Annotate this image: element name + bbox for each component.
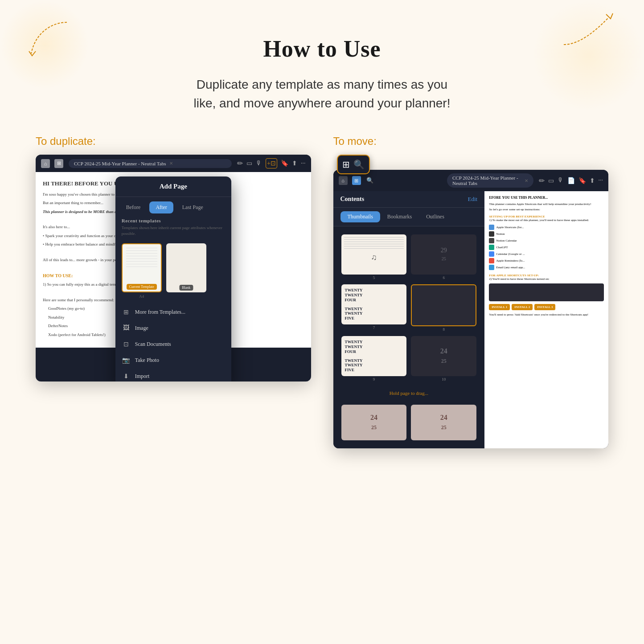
right-search-icon[interactable]: 🔍: [366, 177, 373, 184]
modal-hint: Templates shown here inherit current pag…: [115, 225, 231, 240]
apps-list: Apple Shortcuts (for... Notion Notion Ca…: [489, 225, 604, 270]
modal-tabs: Before After Last Page: [115, 197, 231, 213]
move-section: To move: ⊞ 🔍 ⌂ ⊞ 🔍: [333, 135, 609, 448]
right-step: So let's go over some set-up instruction…: [489, 208, 604, 211]
curve-decoration-right: [555, 9, 617, 53]
scan-icon: ⊡: [122, 340, 131, 349]
setting-heading: SETTING UP FOR BEST EXPERIENCE: [489, 215, 604, 218]
toolbar-title: CCP 2024-25 Mid-Year Planner - Neutral T…: [69, 159, 232, 168]
grid-icon-highlighted[interactable]: ⊞: [342, 159, 350, 170]
right-home-icon[interactable]: ⌂: [339, 176, 348, 185]
pdf-content-area: HI THERE! BEFORE YOU USE THIS PLA... I'm…: [36, 172, 311, 381]
thumb-page-11[interactable]: 2425: [341, 405, 407, 440]
hold-page-text: Hold page to drag...: [390, 390, 428, 396]
current-template-badge: Current Template: [127, 284, 157, 290]
app-icon-email: [489, 265, 494, 270]
toolbar-title-text: CCP 2024-25 Mid-Year Planner - Neutral T…: [74, 161, 166, 166]
arrow-decoration: [27, 18, 80, 62]
thumb-page-9-wrapper: TWENTYTWENTYFOUR TWENTYTWENTYFIVE 9: [341, 336, 407, 381]
contents-sub-tabs: Thumbnails Bookmarks Outlines: [333, 208, 485, 226]
menu-item-templates[interactable]: ⊞ More from Templates...: [115, 304, 231, 320]
subtitle: Duplicate any template as many times as …: [36, 75, 608, 113]
menu-item-scan[interactable]: ⊡ Scan Documents: [115, 336, 231, 352]
bookmark-icon[interactable]: 🔖: [281, 160, 288, 167]
two-pane: Contents Edit Thumbnails Bookmarks Outli…: [333, 191, 609, 448]
app-item-3: Notion Calendar: [489, 238, 604, 243]
install-btn-2[interactable]: INSTALL 2: [512, 304, 533, 310]
right-toolbar-title: CCP 2024-25 Mid-Year Planner - Neutral T…: [447, 173, 533, 188]
share-icon[interactable]: ⬆: [292, 160, 297, 167]
thumb-page-5-wrapper: ♫ 5: [341, 234, 407, 280]
right-hint: This planner contains Apple Shortcuts th…: [489, 202, 604, 206]
tab-bookmarks[interactable]: Bookmarks: [380, 211, 419, 222]
right-content-pane: EFORE YOU USE THIS PLANNER... This plann…: [484, 191, 608, 448]
thumbnails-grid-bottom: 2425 2425: [337, 400, 481, 445]
thumb-page-5[interactable]: ♫: [341, 234, 407, 275]
template-size-label: A4: [139, 294, 144, 299]
thumb-page-8[interactable]: [411, 284, 476, 326]
tab-thumbnails[interactable]: Thumbnails: [340, 211, 380, 222]
contents-header-area: Contents Edit Thumbnails Bookmarks Outli…: [333, 191, 485, 226]
right-screenshot: ⌂ ⊞ 🔍 CCP 2024-25 Mid-Year Planner - Neu…: [333, 170, 609, 448]
app-icon-reminders: [489, 258, 494, 263]
move-title: To move:: [333, 135, 609, 148]
right-pages-icon[interactable]: ⊞: [352, 176, 361, 185]
display-icon[interactable]: ▭: [246, 160, 252, 167]
thumb-page-12[interactable]: 2425: [411, 405, 476, 440]
right-more-icon[interactable]: ···: [599, 177, 603, 184]
thumb-page-8-wrapper: 8: [411, 284, 476, 332]
menu-item-image-label: Image: [135, 325, 148, 332]
page-5-number: 5: [341, 275, 407, 280]
templates-icon: ⊞: [122, 308, 131, 316]
right-toolbar-search: 🔍: [366, 177, 442, 184]
install-btn-3[interactable]: INSTALL 3: [534, 304, 555, 310]
for-apple-text: 2) You'll need to have these Shortcuts t…: [489, 277, 604, 281]
right-bookmark-icon[interactable]: 🔖: [578, 177, 586, 185]
right-edit-icon[interactable]: ✏: [539, 176, 545, 185]
duplicate-title: To duplicate:: [36, 135, 311, 148]
tab-last-page[interactable]: Last Page: [176, 201, 209, 213]
more-icon[interactable]: ···: [301, 160, 306, 167]
menu-item-image[interactable]: 🖼 Image: [115, 320, 231, 336]
right-share-icon[interactable]: ⬆: [590, 177, 595, 185]
for-apple-heading: FOR APPLE SHORTCUTS SET-UP:: [489, 274, 604, 277]
install-btn-1[interactable]: INSTALL 1: [489, 304, 510, 310]
menu-item-photo-label: Take Photo: [135, 357, 159, 364]
toolbar-icons: ⌂ ⊞: [41, 159, 63, 168]
install-buttons: INSTALL 1 INSTALL 2 INSTALL 3: [489, 304, 604, 310]
subtitle-line1: Duplicate any template as many times as …: [36, 75, 608, 94]
tab-after[interactable]: After: [149, 201, 173, 213]
tab-outlines[interactable]: Outlines: [419, 211, 451, 222]
app-icon-shortcuts: [489, 225, 494, 230]
tab-before[interactable]: Before: [120, 201, 147, 213]
edit-icon[interactable]: ✏: [237, 159, 243, 168]
search-icon-floating[interactable]: 🔍: [353, 159, 365, 170]
thumb-page-10[interactable]: 2425: [411, 336, 476, 376]
right-bookmark-icon2[interactable]: 📄: [567, 177, 575, 185]
contents-header: Contents Edit: [333, 191, 485, 208]
contents-panel: Contents Edit Thumbnails Bookmarks Outli…: [333, 191, 485, 448]
page-container: How to Use Duplicate any template as man…: [0, 0, 644, 644]
right-mic-icon[interactable]: 🎙: [558, 177, 564, 184]
menu-item-import-label: Import: [135, 373, 150, 380]
template-current-thumb[interactable]: Current Template: [122, 243, 162, 292]
modal-section-title: Recent templates: [115, 213, 231, 225]
pages-icon[interactable]: ⊞: [54, 159, 63, 168]
thumb-page-7[interactable]: TWENTYTWENTYFOUR TWENTYTWENTYFIVE: [341, 284, 407, 324]
add-page-modal: Add Page Before After Last Page Recent t…: [115, 176, 231, 381]
template-blank-thumb[interactable]: Blank: [166, 243, 206, 292]
setting-text: 1) To make the most out of this planner,…: [489, 218, 604, 222]
menu-item-import[interactable]: ⬇ Import: [115, 368, 231, 381]
mic-icon[interactable]: 🎙: [256, 160, 262, 167]
thumb-page-6[interactable]: 2925: [411, 234, 476, 275]
home-icon[interactable]: ⌂: [41, 159, 50, 168]
add-page-icon[interactable]: +⊡: [266, 158, 277, 168]
right-display-icon[interactable]: ▭: [548, 177, 554, 185]
photo-icon: 📷: [122, 356, 131, 365]
contents-edit-btn[interactable]: Edit: [468, 196, 477, 203]
app-item-1: Apple Shortcuts (for...: [489, 225, 604, 230]
menu-item-photo[interactable]: 📷 Take Photo: [115, 352, 231, 368]
thumb-page-9[interactable]: TWENTYTWENTYFOUR TWENTYTWENTYFIVE: [341, 336, 407, 376]
contents-panel-title: Contents: [340, 196, 365, 203]
app-item-5: Calendar (Google or ...: [489, 251, 604, 257]
